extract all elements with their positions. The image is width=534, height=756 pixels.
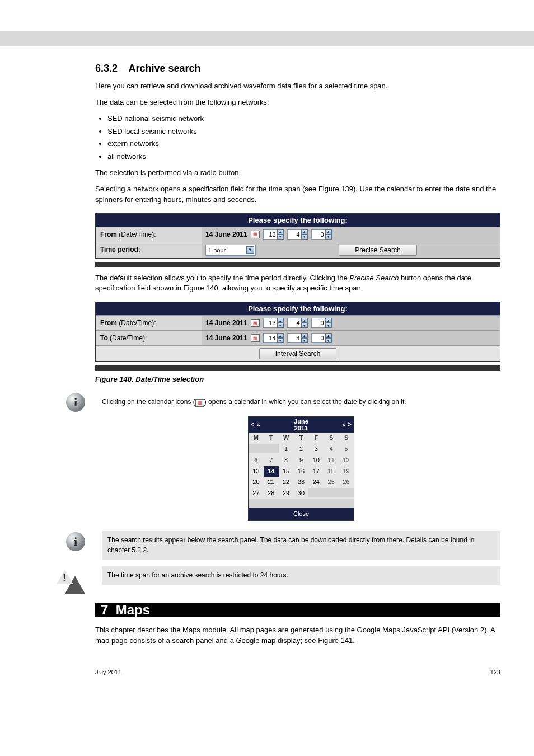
calendar-day[interactable]: 10 [308, 455, 324, 466]
next-month-icon[interactable]: » [342, 420, 345, 429]
calendar-day[interactable]: 14 [264, 466, 279, 477]
calendar-day[interactable]: 28 [264, 488, 279, 499]
to-date: 14 June 2011 [205, 334, 247, 342]
calendar-day [324, 488, 339, 497]
chapter-intro: This chapter describes the Maps module. … [95, 625, 500, 646]
interval-search-button[interactable]: Interval Search [259, 348, 337, 359]
calendar-day[interactable]: 9 [294, 455, 309, 466]
calendar-day[interactable]: 25 [324, 477, 339, 488]
second-input[interactable] [311, 229, 326, 240]
calendar-day[interactable]: 22 [279, 477, 294, 488]
calendar-day[interactable]: 7 [264, 455, 279, 466]
spin-down-icon[interactable]: ▼ [301, 234, 308, 240]
calendar-day[interactable]: 20 [249, 477, 264, 488]
calendar-day [308, 488, 324, 497]
list-item: extern networks [107, 139, 500, 149]
hour-input[interactable] [263, 229, 278, 240]
spin-up-icon[interactable]: ▲ [277, 229, 284, 234]
second-input[interactable] [311, 318, 326, 328]
prev-month-icon[interactable]: « [256, 420, 260, 429]
info-icon: i [66, 393, 85, 412]
spin-up-icon[interactable]: ▲ [301, 333, 308, 338]
precise-search-button[interactable]: Precise Search [339, 245, 416, 256]
panel-header: Please specify the following: [96, 302, 500, 315]
calendar-close-button[interactable]: Close [249, 508, 354, 520]
date-select-para: The default selection allows you to spec… [95, 273, 500, 294]
calendar-day[interactable]: 6 [249, 455, 264, 466]
calendar-dow: W [279, 433, 294, 444]
calendar-day [339, 488, 354, 497]
time-period-select[interactable]: 1 hour ▼ [205, 245, 256, 256]
calendar-icon: ▦ [195, 399, 204, 407]
calendar-icon[interactable]: ▦ [251, 334, 260, 342]
time-period-label: Time period: [96, 242, 202, 258]
calendar-dow: T [294, 433, 309, 444]
calendar-day[interactable]: 15 [279, 466, 294, 477]
spin-down-icon[interactable]: ▼ [277, 323, 284, 328]
to-label: To (Date/Time): [96, 331, 202, 345]
calendar-day[interactable]: 8 [279, 455, 294, 466]
prev-year-icon[interactable]: < [251, 420, 254, 429]
calendar-day[interactable]: 16 [294, 466, 309, 477]
list-item: SED national seismic network [107, 114, 500, 124]
calendar-day[interactable]: 4 [324, 444, 339, 455]
from-label: From (Date/Time): [96, 316, 202, 330]
calendar-day[interactable]: 2 [294, 444, 309, 455]
calendar-day[interactable]: 13 [249, 466, 264, 477]
calendar-day[interactable]: 5 [339, 444, 354, 455]
calendar-day[interactable]: 3 [308, 444, 324, 455]
spin-up-icon[interactable]: ▲ [325, 333, 332, 338]
spin-up-icon[interactable]: ▲ [301, 229, 308, 234]
spin-up-icon[interactable]: ▲ [277, 333, 284, 338]
minute-input[interactable] [287, 229, 302, 240]
calendar-day[interactable]: 26 [339, 477, 354, 488]
calendar-day[interactable]: 27 [249, 488, 264, 499]
calendar-dow: S [339, 433, 354, 444]
spin-up-icon[interactable]: ▲ [277, 318, 284, 323]
spin-up-icon[interactable]: ▲ [325, 318, 332, 323]
calendar-day[interactable]: 1 [279, 444, 294, 455]
calendar-day [264, 444, 279, 453]
spin-down-icon[interactable]: ▼ [301, 338, 308, 343]
calendar-day[interactable]: 23 [294, 477, 309, 488]
calendar-year: 2011 [294, 425, 308, 431]
precise-lead: Selecting a network opens a specificatio… [95, 184, 500, 205]
specify-panel-1: Please specify the following: From (Date… [95, 213, 500, 259]
from-date: 14 June 2011 [205, 231, 247, 238]
spin-down-icon[interactable]: ▼ [325, 323, 332, 328]
spin-down-icon[interactable]: ▼ [325, 234, 332, 240]
calendar-day[interactable]: 24 [308, 477, 324, 488]
spin-up-icon[interactable]: ▲ [301, 318, 308, 323]
calendar-day[interactable]: 11 [324, 455, 339, 466]
calendar-icon[interactable]: ▦ [251, 319, 260, 327]
calendar-day[interactable]: 19 [339, 466, 354, 477]
calendar-day[interactable]: 30 [294, 488, 309, 499]
calendar-dow: M [249, 433, 264, 444]
calendar-icon[interactable]: ▦ [251, 231, 260, 238]
panel-header: Please specify the following: [96, 214, 500, 227]
hour-input[interactable] [263, 318, 278, 328]
spin-down-icon[interactable]: ▼ [325, 338, 332, 343]
minute-input[interactable] [287, 318, 302, 328]
calendar-dow: S [324, 433, 339, 444]
calendar-day[interactable]: 29 [279, 488, 294, 499]
calendar-widget[interactable]: < « June 2011 » > MTWTFSS [248, 416, 354, 522]
networks-outro: The selection is performed via a radio b… [95, 168, 500, 179]
networks-lead: The data can be selected from the follow… [95, 97, 500, 108]
info-icon: i [66, 532, 85, 551]
specify-panel-2: Please specify the following: From (Date… [95, 302, 500, 362]
calendar-day[interactable]: 12 [339, 455, 354, 466]
spin-up-icon[interactable]: ▲ [325, 229, 332, 234]
spin-down-icon[interactable]: ▼ [277, 338, 284, 343]
list-item: SED local seismic networks [107, 126, 500, 137]
spin-down-icon[interactable]: ▼ [301, 323, 308, 328]
calendar-day[interactable]: 18 [324, 466, 339, 477]
calendar-day[interactable]: 21 [264, 477, 279, 488]
minute-input[interactable] [287, 333, 302, 343]
from-date: 14 June 2011 [205, 319, 247, 327]
hour-input[interactable] [263, 333, 278, 343]
next-year-icon[interactable]: > [348, 420, 352, 429]
calendar-day[interactable]: 17 [308, 466, 324, 477]
spin-down-icon[interactable]: ▼ [277, 234, 284, 240]
second-input[interactable] [311, 333, 326, 343]
